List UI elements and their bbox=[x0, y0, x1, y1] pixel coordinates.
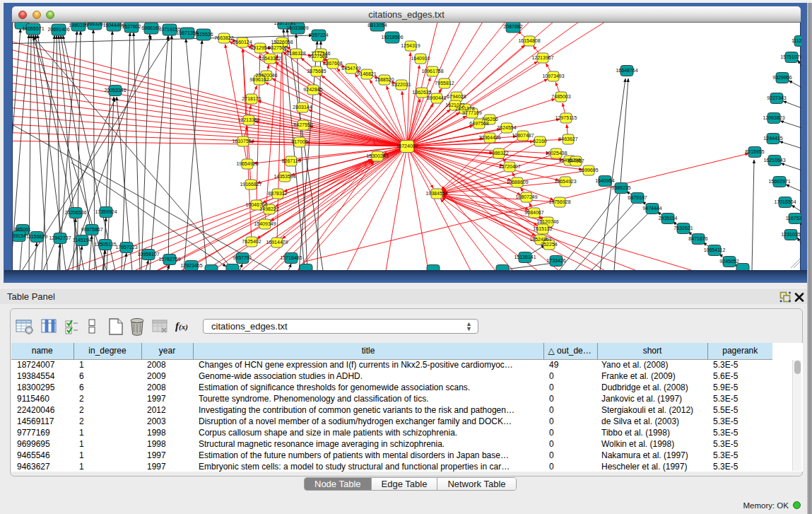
svg-text:15409349: 15409349 bbox=[254, 221, 276, 226]
svg-text:16543362: 16543362 bbox=[259, 56, 281, 61]
svg-text:9777169: 9777169 bbox=[462, 110, 481, 115]
svg-text:17016504: 17016504 bbox=[774, 199, 796, 204]
svg-text:2718176: 2718176 bbox=[242, 96, 261, 101]
svg-text:1244415: 1244415 bbox=[763, 136, 782, 141]
svg-text:7663822: 7663822 bbox=[214, 35, 233, 40]
svg-text:1112753: 1112753 bbox=[792, 38, 801, 43]
svg-text:1145194: 1145194 bbox=[73, 238, 92, 243]
svg-text:8471676: 8471676 bbox=[688, 236, 707, 241]
svg-text:16107554: 16107554 bbox=[232, 139, 254, 144]
svg-text:917006: 917006 bbox=[291, 139, 307, 144]
svg-text:7515526: 7515526 bbox=[194, 32, 213, 37]
svg-text:8427552: 8427552 bbox=[293, 122, 312, 127]
svg-text:11156829: 11156829 bbox=[26, 234, 47, 239]
svg-text:8990448: 8990448 bbox=[427, 95, 446, 100]
svg-text:8813054: 8813054 bbox=[367, 23, 387, 28]
svg-text:1733426: 1733426 bbox=[546, 258, 565, 263]
svg-text:18724007: 18724007 bbox=[396, 144, 418, 148]
svg-text:1588520: 1588520 bbox=[375, 77, 394, 82]
svg-text:9699695: 9699695 bbox=[579, 168, 598, 173]
svg-text:10025438: 10025438 bbox=[545, 151, 567, 156]
svg-text:8267110: 8267110 bbox=[282, 158, 301, 163]
svg-text:15751074: 15751074 bbox=[780, 54, 801, 59]
svg-text:10961758: 10961758 bbox=[421, 69, 443, 74]
svg-text:39154: 39154 bbox=[13, 233, 26, 238]
svg-text:9327508: 9327508 bbox=[308, 54, 327, 59]
svg-text:9242845: 9242845 bbox=[303, 87, 322, 92]
svg-text:9474444: 9474444 bbox=[642, 206, 661, 211]
svg-text:15716485: 15716485 bbox=[280, 255, 302, 260]
svg-text:9327505: 9327505 bbox=[268, 45, 287, 50]
svg-text:10688609: 10688609 bbox=[506, 180, 528, 185]
svg-text:9463627: 9463627 bbox=[558, 136, 577, 141]
svg-text:19166827: 19166827 bbox=[240, 182, 261, 187]
svg-text:2935114: 2935114 bbox=[659, 216, 678, 221]
svg-text:12213967: 12213967 bbox=[531, 55, 553, 60]
svg-text:18807249: 18807249 bbox=[515, 194, 537, 199]
svg-text:9657791: 9657791 bbox=[233, 255, 252, 260]
svg-text:12923465: 12923465 bbox=[180, 263, 202, 268]
svg-text:1167533: 1167533 bbox=[786, 216, 801, 221]
svg-text:8322031: 8322031 bbox=[392, 82, 411, 87]
svg-text:19756928: 19756928 bbox=[548, 199, 570, 204]
svg-text:8454749: 8454749 bbox=[341, 66, 360, 71]
svg-text:19654925: 19654925 bbox=[236, 161, 258, 166]
svg-text:252254: 252254 bbox=[541, 242, 557, 247]
svg-text:15300243: 15300243 bbox=[366, 153, 388, 158]
svg-text:844957: 844957 bbox=[567, 158, 584, 163]
svg-text:7357224: 7357224 bbox=[309, 33, 328, 37]
svg-text:6794028: 6794028 bbox=[447, 94, 466, 99]
svg-text:20364436: 20364436 bbox=[478, 135, 500, 140]
svg-text:8912954: 8912954 bbox=[250, 45, 269, 50]
svg-text:1498222: 1498222 bbox=[259, 206, 278, 211]
svg-text:16154808: 16154808 bbox=[518, 38, 540, 43]
svg-text:12213389: 12213389 bbox=[237, 117, 259, 122]
svg-text:15136141: 15136141 bbox=[514, 255, 536, 259]
svg-text:16210643: 16210643 bbox=[763, 158, 785, 163]
svg-text:2803144: 2803144 bbox=[293, 105, 312, 110]
svg-text:1362635: 1362635 bbox=[412, 90, 431, 95]
svg-text:17359924: 17359924 bbox=[95, 209, 117, 214]
svg-text:9227343: 9227343 bbox=[767, 95, 786, 100]
svg-text:9084067: 9084067 bbox=[524, 210, 543, 215]
svg-text:14353594: 14353594 bbox=[273, 174, 295, 179]
svg-text:16914479: 16914479 bbox=[266, 240, 288, 245]
svg-text:19384554: 19384554 bbox=[425, 191, 447, 196]
svg-text:15226058: 15226058 bbox=[271, 40, 293, 45]
svg-text:18524861: 18524861 bbox=[529, 237, 551, 242]
svg-text:19218506: 19218506 bbox=[381, 35, 403, 40]
svg-text:9146821: 9146821 bbox=[357, 71, 376, 76]
svg-text:7986322: 7986322 bbox=[489, 151, 508, 156]
svg-text:10654112: 10654112 bbox=[704, 247, 726, 252]
svg-text:1640910: 1640910 bbox=[411, 56, 430, 61]
svg-text:7632621: 7632621 bbox=[673, 226, 693, 230]
svg-text:12505135: 12505135 bbox=[94, 242, 116, 247]
svg-text:1527602: 1527602 bbox=[122, 24, 141, 29]
svg-text:20206536: 20206536 bbox=[64, 210, 86, 215]
svg-text:7955812: 7955812 bbox=[435, 81, 454, 86]
svg-text:12093823: 12093823 bbox=[763, 115, 784, 120]
svg-text:62160: 62160 bbox=[533, 139, 547, 144]
svg-text:2087682: 2087682 bbox=[503, 24, 522, 29]
svg-text:19654923: 19654923 bbox=[554, 179, 576, 184]
svg-text:14055571: 14055571 bbox=[22, 26, 44, 31]
svg-text:6879197: 6879197 bbox=[628, 195, 647, 200]
svg-text:20691406: 20691406 bbox=[47, 27, 69, 32]
svg-text:16120746: 16120746 bbox=[536, 219, 558, 224]
svg-text:10958107: 10958107 bbox=[137, 252, 159, 257]
svg-text:10973493: 10973493 bbox=[542, 74, 564, 78]
svg-text:16782759: 16782759 bbox=[158, 257, 180, 262]
svg-text:12942737: 12942737 bbox=[49, 235, 71, 240]
svg-text:7485003: 7485003 bbox=[551, 94, 570, 99]
svg-text:1615132: 1615132 bbox=[533, 226, 552, 231]
svg-text:8186328: 8186328 bbox=[286, 51, 305, 56]
svg-text:8878312: 8878312 bbox=[268, 191, 287, 196]
svg-text:8215955: 8215955 bbox=[745, 149, 764, 154]
svg-text:9329966: 9329966 bbox=[772, 75, 792, 80]
svg-text:1231035: 1231035 bbox=[781, 232, 800, 237]
svg-text:3875685: 3875685 bbox=[307, 69, 326, 74]
svg-text:7625402: 7625402 bbox=[242, 239, 261, 244]
svg-text:99975867: 99975867 bbox=[81, 227, 102, 232]
svg-text:1640954: 1640954 bbox=[595, 178, 614, 183]
svg-text:2867608: 2867608 bbox=[323, 61, 342, 66]
